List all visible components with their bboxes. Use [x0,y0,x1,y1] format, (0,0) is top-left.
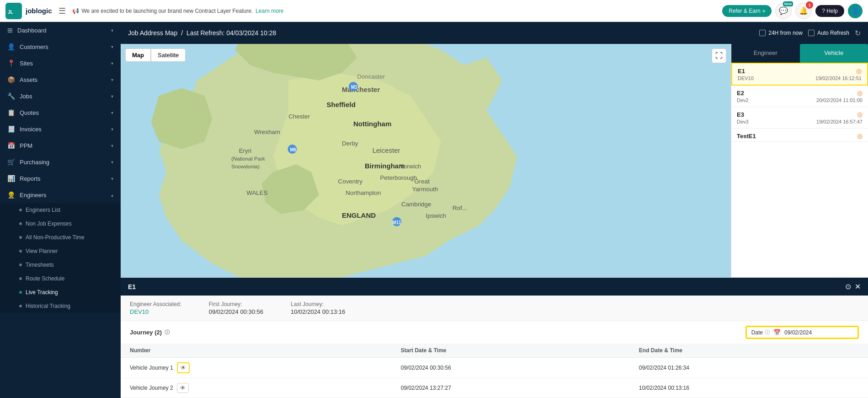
journey-number: Vehicle Journey 2 [130,385,173,391]
sidebar-item-reports[interactable]: 📊Reports ▾ [0,170,121,187]
panel-entry-teste1[interactable]: TestE1 ◎ [731,129,868,142]
chevron-icon: ▾ [111,143,113,148]
journey-number-cell: Vehicle Journey 1 👁 [121,358,392,378]
top-navbar: JL joblogic ☰ 📢 We are excited to be lau… [0,0,868,22]
announcement-text: We are excited to be launching our brand… [82,8,253,14]
dot-icon [19,209,22,211]
sidebar-item-customers[interactable]: 👤Customers ▾ [0,38,121,55]
sidebar-item-invoices[interactable]: 🧾Invoices ▾ [0,121,121,137]
journey-end: 10/02/2024 00:13:16 [630,378,868,398]
eye-button[interactable]: 👁 [177,362,190,373]
new-badge: New [783,1,793,6]
svg-text:Coventry: Coventry [338,178,363,185]
panel-entry-e3[interactable]: E3 ◎ Dev3 19/02/2024 16:57:47 [731,107,868,129]
engineer-value[interactable]: DEV10 [130,308,181,315]
messages-button[interactable]: 💬 New [775,3,792,19]
panel-expand-button[interactable]: ⊙ [845,282,851,291]
chevron-icon: ▾ [111,94,113,99]
jobs-icon: 🔧 [7,92,15,100]
chevron-icon: ▾ [111,44,113,49]
dot-icon [19,277,22,280]
tab-vehicle[interactable]: Vehicle [800,44,868,63]
svg-text:M1: M1 [351,85,357,90]
svg-marker-7 [151,88,213,149]
date-input[interactable] [784,329,853,336]
chevron-icon: ▾ [111,28,113,33]
refer-earn-button[interactable]: Refer & Earn [722,5,772,17]
sidebar-item-sites[interactable]: 📍Sites ▾ [0,55,121,71]
logo-area: JL joblogic [5,3,52,19]
sidebar-item-non-job-expenses[interactable]: Non Job Expenses [0,217,121,231]
24h-checkbox-label[interactable]: 24H from now [759,30,803,36]
sidebar-item-route-schedule[interactable]: Route Schedule [0,272,121,285]
calendar-icon[interactable]: 📅 [773,329,781,336]
first-journey-value: 09/02/2024 00:30:56 [209,308,263,315]
breadcrumb-separator: / [181,29,183,37]
journey-count: Journey (2) [130,329,162,336]
map-svg: Manchester Doncaster Sheffield Chester W… [121,44,731,277]
sidebar-item-live-tracking[interactable]: Live Tracking [0,285,121,299]
hamburger-menu[interactable]: ☰ [57,4,68,18]
help-button[interactable]: ? Help [815,5,844,17]
svg-text:Cambridge: Cambridge [401,201,431,208]
sidebar-item-label: Engineers [20,192,47,199]
satellite-tab[interactable]: Satellite [151,48,186,62]
sidebar-item-view-planner[interactable]: View Planner [0,244,121,258]
chevron-icon: ▾ [111,110,113,115]
24h-checkbox[interactable] [759,30,766,36]
sidebar-item-quotes[interactable]: 📋Quotes ▾ [0,104,121,121]
sidebar-item-assets[interactable]: 📦Assets ▾ [0,71,121,88]
auto-refresh-checkbox[interactable] [808,30,815,36]
purchasing-icon: 🛒 [7,158,15,166]
tab-engineer[interactable]: Engineer [731,44,800,63]
announcement-link[interactable]: Learn more [256,8,283,14]
entry-timestamp-e3: 19/02/2024 16:57:47 [816,119,863,124]
sidebar-item-dashboard[interactable]: ⊞Dashboard ▾ [0,22,121,38]
notifications-button[interactable]: 🔔 1 [795,3,812,19]
eye-button[interactable]: 👁 [177,383,189,393]
svg-text:ENGLAND: ENGLAND [342,211,376,219]
panel-entry-e1[interactable]: E1 ◎ DEV10 19/02/2024 16:12:51 [731,63,868,86]
auto-refresh-checkbox-label[interactable]: Auto Refresh [808,30,849,36]
svg-text:Rof...: Rof... [453,204,467,211]
panel-close-button[interactable]: ✕ [855,282,861,291]
invoices-icon: 🧾 [7,125,15,133]
sidebar-item-label: PPM [20,142,32,149]
info-circle-icon: ⓘ [165,329,170,336]
last-journey-label: Last Journey: [291,301,345,307]
svg-text:Manchester: Manchester [342,86,380,93]
journey-number-cell: Vehicle Journey 2 👁 [121,378,392,398]
entry-device-e2: Dev2 [737,97,749,103]
first-journey-label: First Journey: [209,301,263,307]
map-tab[interactable]: Map [125,48,151,62]
svg-text:Chester: Chester [288,113,310,120]
dot-icon [19,250,22,253]
location-icon-e2: ◎ [857,89,863,97]
svg-text:M11: M11 [392,220,401,225]
page-subtitle: Last Refresh: 04/03/2024 10:28 [186,29,276,37]
map-expand-button[interactable]: ⛶ [712,48,726,63]
svg-text:Derby: Derby [342,140,358,147]
sidebar-item-engineers-list[interactable]: Engineers List [0,203,121,217]
panel-entry-e2[interactable]: E2 ◎ Dev2 20/02/2024 11:01:00 [731,86,868,107]
sidebar-item-historical-tracking[interactable]: Historical Tracking [0,299,121,313]
col-number: Number [121,344,392,358]
sidebar-item-engineers[interactable]: 👷Engineers ▴ [0,187,121,203]
joblogic-logo[interactable]: JL [5,3,22,19]
sidebar-item-jobs[interactable]: 🔧Jobs ▾ [0,88,121,104]
sidebar-item-timesheets[interactable]: Timesheets [0,258,121,272]
page-title: Job Address Map [128,29,177,37]
sidebar-item-ppm[interactable]: 📅PPM ▾ [0,137,121,154]
sidebar-item-purchasing[interactable]: 🛒Purchasing ▾ [0,154,121,170]
sidebar-item-label: Invoices [20,126,42,133]
panel-entries: E1 ◎ DEV10 19/02/2024 16:12:51 E2 ◎ [731,63,868,277]
location-icon-e3: ◎ [857,111,863,118]
refresh-icon[interactable]: ↻ [855,29,861,38]
journey-start: 09/02/2024 13:27:27 [392,378,630,398]
avatar[interactable]: 👤 [848,4,863,18]
svg-text:Northampton: Northampton [346,189,381,196]
svg-text:Nottingham: Nottingham [353,120,391,128]
entry-name-e3: E3 [737,111,744,118]
journey-end: 09/02/2024 01:26:34 [630,358,868,378]
sidebar-item-all-non-productive[interactable]: All Non-Productive Time [0,231,121,244]
